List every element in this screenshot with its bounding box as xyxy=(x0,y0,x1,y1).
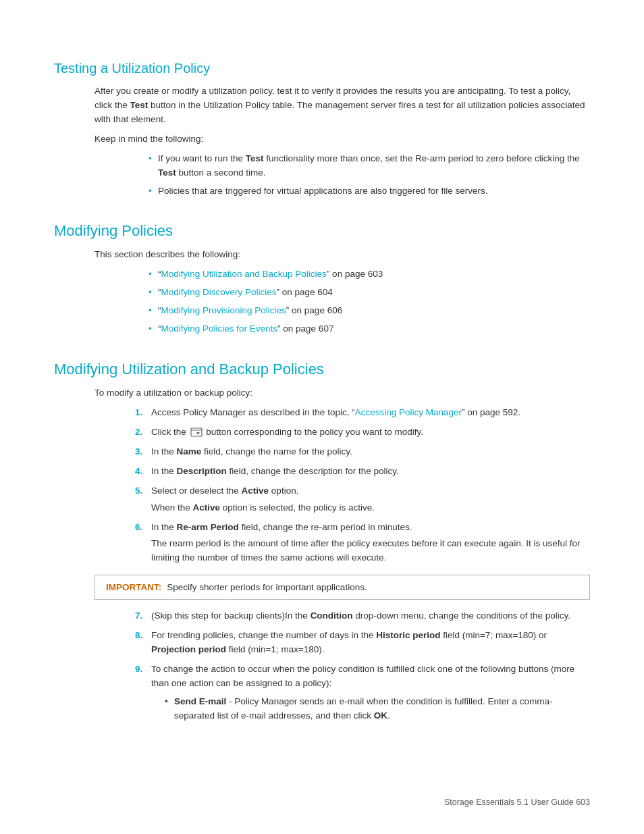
step-num-3: 3. xyxy=(135,445,142,459)
step-3: 3. In the Name field, change the name fo… xyxy=(135,445,590,459)
steps-list: 1. Access Policy Manager as described in… xyxy=(135,406,590,565)
testing-para2: Keep in mind the following: xyxy=(95,132,590,147)
link-events[interactable]: Modifying Policies for Events xyxy=(161,323,278,334)
link-provisioning[interactable]: Modifying Provisioning Policies xyxy=(161,305,286,315)
steps-list-2: 7. (Skip this step for backup clients)In… xyxy=(135,609,590,723)
modifying-link-1: “Modifying Utilization and Backup Polici… xyxy=(149,267,590,282)
sub-bullet-email: Send E-mail - Policy Manager sends an e-… xyxy=(165,695,590,723)
step-num-4: 4. xyxy=(135,465,142,479)
name-bold: Name xyxy=(177,446,202,457)
test-bold-2: Test xyxy=(246,153,264,163)
test-bold-1: Test xyxy=(130,100,149,110)
send-email-bold: Send E-mail xyxy=(174,696,226,706)
step-1: 1. Access Policy Manager as described in… xyxy=(135,406,590,420)
step-num-6: 6. xyxy=(135,521,142,535)
testing-bullet-2: Policies that are triggered for virtual … xyxy=(149,184,590,199)
active-bold-2: Active xyxy=(193,502,221,513)
projection-bold: Projection period xyxy=(151,644,226,654)
modifying-link-list: “Modifying Utilization and Backup Polici… xyxy=(149,267,590,336)
page-footer: Storage Essentials 5.1 User Guide 603 xyxy=(444,798,590,807)
step-num-8: 8. xyxy=(135,629,142,643)
step-4: 4. In the Description field, change the … xyxy=(135,465,590,479)
link-utilization[interactable]: Modifying Utilization and Backup Policie… xyxy=(161,269,327,279)
step-num-7: 7. xyxy=(135,609,142,623)
step-5: 5. Select or deselect the Active option.… xyxy=(135,484,590,515)
rearm-bold: Re-arm Period xyxy=(177,522,239,532)
step-num-2: 2. xyxy=(135,425,142,440)
modifying-link-3: “Modifying Provisioning Policies” on pag… xyxy=(149,304,590,318)
step-2: 2. Click the button corresponding to the… xyxy=(135,425,590,440)
step-8: 8. For trending policies, change the num… xyxy=(135,629,590,657)
ok-bold: OK xyxy=(374,710,387,721)
modifying-utilization-title: Modifying Utilization and Backup Policie… xyxy=(54,361,590,378)
test-bold-3: Test xyxy=(158,167,176,178)
historic-bold: Historic period xyxy=(376,630,440,640)
step-num-9: 9. xyxy=(135,662,142,677)
testing-bullet-list: If you want to run the Test functionalit… xyxy=(149,152,590,199)
description-bold: Description xyxy=(177,466,227,476)
modifying-link-4: “Modifying Policies for Events” on page … xyxy=(149,322,590,336)
link-policy-manager[interactable]: Accessing Policy Manager xyxy=(355,407,462,417)
testing-bullet-1: If you want to run the Test functionalit… xyxy=(149,152,590,180)
modifying-utilization-intro: To modify a utilization or backup policy… xyxy=(95,386,590,400)
link-discovery[interactable]: Modifying Discovery Policies xyxy=(161,287,277,297)
svg-rect-0 xyxy=(191,428,202,436)
modifying-link-2: “Modifying Discovery Policies” on page 6… xyxy=(149,286,590,300)
step-9: 9. To change the action to occur when th… xyxy=(135,662,590,723)
important-text: Specify shorter periods for important ap… xyxy=(167,582,367,592)
important-box: IMPORTANT:Specify shorter periods for im… xyxy=(95,575,590,600)
step-7: 7. (Skip this step for backup clients)In… xyxy=(135,609,590,623)
step-6: 6. In the Re-arm Period field, change th… xyxy=(135,521,590,566)
sub-bullet-list: Send E-mail - Policy Manager sends an e-… xyxy=(165,695,590,723)
step-num-5: 5. xyxy=(135,484,142,498)
active-bold: Active xyxy=(242,486,269,496)
step-num-1: 1. xyxy=(135,406,142,420)
testing-title: Testing a Utilization Policy xyxy=(54,61,590,76)
testing-para1: After you create or modify a utilization… xyxy=(95,84,590,127)
modifying-title: Modifying Policies xyxy=(54,222,590,240)
edit-icon xyxy=(190,427,203,437)
condition-bold: Condition xyxy=(311,610,353,621)
modifying-intro: This section describes the following: xyxy=(95,248,590,262)
important-label: IMPORTANT: xyxy=(106,582,161,592)
